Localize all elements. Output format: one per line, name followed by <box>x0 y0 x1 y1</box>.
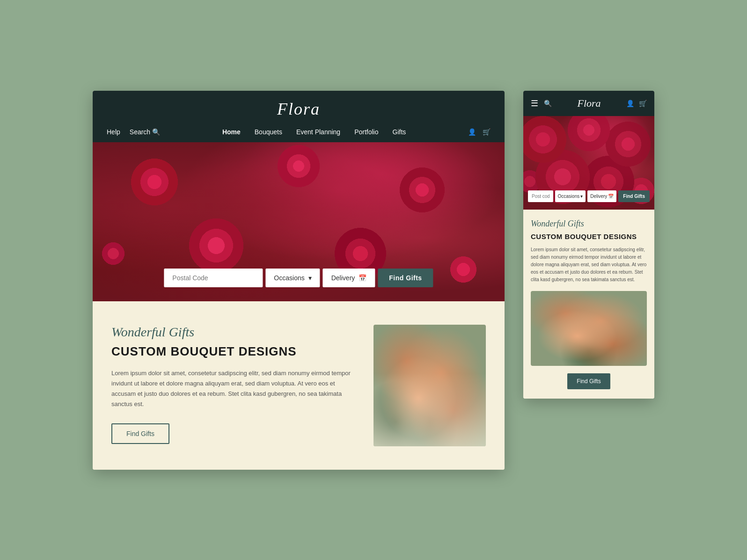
nav-gifts[interactable]: Gifts <box>393 128 406 136</box>
wonderful-subtitle: Wonderful Gifts <box>111 325 355 340</box>
nav-right: 👤 🛒 <box>468 128 491 136</box>
desktop-content: Wonderful Gifts CUSTOM BOUQUET DESIGNS L… <box>93 301 505 470</box>
mobile-nav-right: 👤 🛒 <box>626 100 647 107</box>
mobile-logo: Flora <box>577 97 601 109</box>
cart-icon[interactable]: 🛒 <box>483 128 491 136</box>
mobile-find-gifts-content-button[interactable]: Find Gifts <box>567 373 610 389</box>
nav-home[interactable]: Home <box>222 128 241 136</box>
screens-wrapper: Flora Help Search 🔍 Home Bouquets Event … <box>93 91 654 470</box>
mobile-content: Wonderful Gifts CUSTOM BOUQUET DESIGNS L… <box>523 210 654 399</box>
nav-portfolio[interactable]: Portfolio <box>354 128 378 136</box>
occasions-chevron-icon: ▾ <box>308 274 312 282</box>
bouquet-description: Lorem ipsum dolor sit amet, consetetur s… <box>111 368 355 409</box>
delivery-input[interactable]: Delivery 📅 <box>323 269 375 287</box>
nav-search[interactable]: Search 🔍 <box>130 128 160 136</box>
mobile-nav-left: ☰ 🔍 <box>531 98 552 109</box>
nav-bouquets[interactable]: Bouquets <box>255 128 282 136</box>
nav-help[interactable]: Help <box>107 128 120 136</box>
desktop-logo: Flora <box>277 100 320 118</box>
desktop-nav: Help Search 🔍 Home Bouquets Event Planni… <box>93 124 505 142</box>
nav-left: Help Search 🔍 <box>107 128 160 136</box>
content-right <box>374 325 486 446</box>
mobile-occasions-label: Occasions <box>558 194 580 199</box>
calendar-icon: 📅 <box>359 274 366 282</box>
nav-search-label: Search <box>130 128 150 136</box>
bouquet-image <box>374 325 486 446</box>
mobile-search-icon[interactable]: 🔍 <box>544 100 552 107</box>
mobile-screen: ☰ 🔍 Flora 👤 🛒 Occasions ▾ Delivery 📅 <box>523 91 654 399</box>
mobile-delivery-input[interactable]: Delivery 📅 <box>587 190 616 202</box>
desktop-screen: Flora Help Search 🔍 Home Bouquets Event … <box>93 91 505 470</box>
content-find-gifts-button[interactable]: Find Gifts <box>111 423 169 444</box>
mobile-occasions-select[interactable]: Occasions ▾ <box>555 190 586 202</box>
postal-code-input[interactable] <box>164 269 263 287</box>
mobile-bouquet-image <box>531 291 647 366</box>
occasions-select[interactable]: Occasions ▾ <box>265 269 320 287</box>
hero-form: Occasions ▾ Delivery 📅 Find Gifts <box>164 269 433 287</box>
mobile-bouquet-description: Lorem ipsum dolor sit amet, consetetur s… <box>531 246 647 284</box>
mobile-calendar-icon: 📅 <box>608 194 614 199</box>
desktop-header: Flora Help Search 🔍 Home Bouquets Event … <box>93 91 505 142</box>
mobile-cart-icon[interactable]: 🛒 <box>639 100 647 107</box>
mobile-find-gifts-button[interactable]: Find Gifts <box>618 190 650 202</box>
mobile-wonderful-subtitle: Wonderful Gifts <box>531 219 647 229</box>
mobile-delivery-label: Delivery <box>590 194 607 199</box>
mobile-header: ☰ 🔍 Flora 👤 🛒 <box>523 91 654 116</box>
find-gifts-button[interactable]: Find Gifts <box>378 269 433 287</box>
content-left: Wonderful Gifts CUSTOM BOUQUET DESIGNS L… <box>111 325 355 444</box>
mobile-occasions-chevron: ▾ <box>580 194 583 199</box>
mobile-bouquet-title: CUSTOM BOUQUET DESIGNS <box>531 233 647 240</box>
hamburger-icon[interactable]: ☰ <box>531 98 538 109</box>
nav-center: Home Bouquets Event Planning Portfolio G… <box>160 128 468 136</box>
mobile-postal-input[interactable] <box>528 190 553 202</box>
desktop-hero: Occasions ▾ Delivery 📅 Find Gifts <box>93 142 505 301</box>
mobile-hero-form: Occasions ▾ Delivery 📅 Find Gifts <box>528 190 650 202</box>
nav-event-planning[interactable]: Event Planning <box>296 128 340 136</box>
search-icon: 🔍 <box>152 128 160 136</box>
delivery-label: Delivery <box>331 274 355 282</box>
occasions-label: Occasions <box>274 274 304 282</box>
desktop-logo-bar: Flora <box>93 91 505 124</box>
bouquet-image-overlay <box>374 373 486 446</box>
mobile-hero: Occasions ▾ Delivery 📅 Find Gifts <box>523 116 654 210</box>
user-icon[interactable]: 👤 <box>468 128 476 136</box>
bouquet-title: CUSTOM BOUQUET DESIGNS <box>111 344 355 359</box>
mobile-user-icon[interactable]: 👤 <box>626 100 634 107</box>
